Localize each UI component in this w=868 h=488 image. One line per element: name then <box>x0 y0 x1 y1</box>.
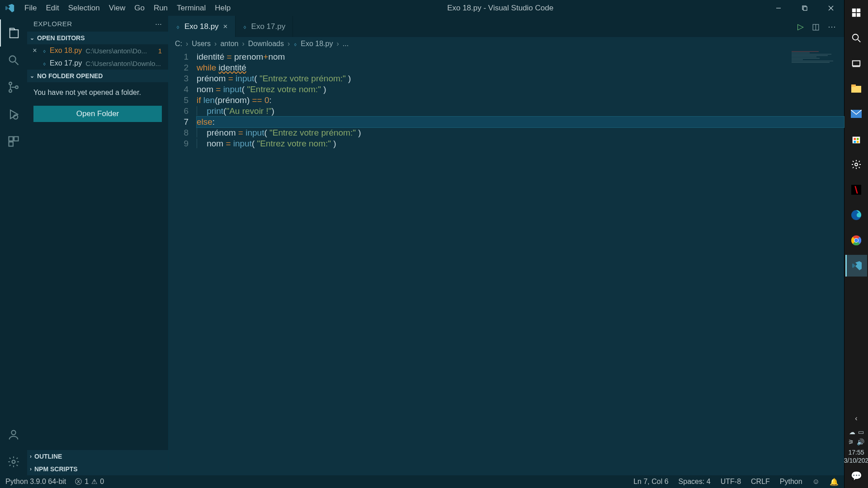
breadcrumb-item[interactable]: C: <box>175 40 182 48</box>
menu-go[interactable]: Go <box>130 0 149 16</box>
accounts-icon[interactable] <box>0 421 27 448</box>
maximize-button[interactable] <box>792 0 818 16</box>
breadcrumb-item[interactable]: Exo 18.py <box>301 40 333 48</box>
encoding[interactable]: UTF-8 <box>721 478 741 486</box>
close-icon[interactable]: × <box>223 22 228 31</box>
menu-file[interactable]: File <box>20 0 41 16</box>
chevron-right-icon: › <box>30 466 32 472</box>
menu-selection[interactable]: Selection <box>64 0 104 16</box>
tab-exo18[interactable]: ⬨ Exo 18.py × <box>169 16 236 37</box>
battery-icon[interactable]: ▭ <box>858 428 864 436</box>
vscode-logo-icon <box>0 3 20 13</box>
svg-rect-29 <box>853 137 860 144</box>
system-tray-2[interactable]: ⚞ 🔊 <box>848 438 864 446</box>
settings-icon[interactable] <box>845 154 867 175</box>
tab-exo17[interactable]: ⬨ Exo 17.py <box>236 16 293 37</box>
svg-rect-14 <box>14 137 18 141</box>
minimize-button[interactable] <box>765 0 792 16</box>
breadcrumb-item[interactable]: ... <box>343 40 349 48</box>
open-folder-button[interactable]: Open Folder <box>33 106 162 122</box>
vscode-taskbar-icon[interactable] <box>845 255 867 277</box>
open-editor-item[interactable]: ⬨ Exo 17.py C:\Users\anton\Downlo... <box>27 57 168 70</box>
explorer-sidebar: EXPLORER ⋯ ⌄ OPEN EDITORS × ⬨ Exo 18.py … <box>27 16 169 475</box>
edge-icon[interactable] <box>845 204 867 226</box>
menu-view[interactable]: View <box>104 0 130 16</box>
run-icon[interactable]: ▷ <box>797 22 804 32</box>
feedback-icon[interactable]: ☺ <box>812 478 820 486</box>
taskbar-search-icon[interactable] <box>845 27 867 49</box>
python-file-icon: ⬨ <box>293 40 297 47</box>
python-interpreter[interactable]: Python 3.9.0 64-bit <box>5 478 66 486</box>
no-folder-section[interactable]: ⌄ NO FOLDER OPENED <box>27 70 168 82</box>
notifications-icon[interactable]: 🔔 <box>830 478 839 486</box>
netflix-icon[interactable] <box>845 179 867 201</box>
code-content[interactable]: identité = prenom+nomwhile identitépréno… <box>197 51 844 475</box>
open-editor-filename: Exo 18.py <box>50 47 82 55</box>
error-count: 1 <box>85 478 89 486</box>
show-hidden-icon[interactable]: ‹ <box>845 413 867 424</box>
language-mode[interactable]: Python <box>780 478 802 486</box>
svg-rect-19 <box>857 9 860 12</box>
split-editor-icon[interactable]: ◫ <box>812 22 820 32</box>
breadcrumb-item[interactable]: Users <box>192 40 211 48</box>
breadcrumb[interactable]: C:› Users› anton› Downloads› ⬨ Exo 18.py… <box>169 37 844 51</box>
menu-bar: File Edit Selection View Go Run Terminal… <box>20 0 235 16</box>
breadcrumb-item[interactable]: Downloads <box>248 40 284 48</box>
svg-rect-26 <box>851 86 861 93</box>
code-editor[interactable]: 123456789 identité = prenom+nomwhile ide… <box>169 51 844 475</box>
volume-icon[interactable]: 🔊 <box>857 438 864 446</box>
cursor-position[interactable]: Ln 7, Col 6 <box>633 478 668 486</box>
system-tray[interactable]: ☁ ▭ <box>849 428 864 436</box>
breadcrumb-item[interactable]: anton <box>220 40 238 48</box>
minimap[interactable] <box>790 51 844 475</box>
svg-point-10 <box>15 86 18 89</box>
file-explorer-icon[interactable] <box>845 78 867 99</box>
more-icon[interactable]: ⋯ <box>155 20 162 28</box>
close-icon[interactable]: × <box>31 47 39 55</box>
problems-badge: 1 <box>158 47 165 55</box>
open-editor-path: C:\Users\anton\Downlo... <box>85 60 165 67</box>
explorer-icon[interactable] <box>0 19 27 47</box>
menu-run[interactable]: Run <box>149 0 172 16</box>
more-icon[interactable]: ⋯ <box>828 22 836 32</box>
outline-label: OUTLINE <box>34 453 62 460</box>
explorer-title-label: EXPLORER <box>33 20 72 28</box>
problems-status[interactable]: ⓧ1 ⚠0 <box>75 478 104 486</box>
clock-time: 17:55 <box>840 448 868 456</box>
outline-section[interactable]: › OUTLINE <box>27 450 168 463</box>
mail-icon[interactable] <box>845 103 867 125</box>
svg-rect-21 <box>857 13 860 17</box>
open-editor-filename: Exo 17.py <box>50 59 82 67</box>
task-view-icon[interactable] <box>845 52 867 74</box>
onedrive-icon[interactable]: ☁ <box>849 428 855 436</box>
menu-help[interactable]: Help <box>210 0 235 16</box>
menu-edit[interactable]: Edit <box>41 0 63 16</box>
microsoft-store-icon[interactable] <box>845 128 867 150</box>
source-control-icon[interactable] <box>0 74 27 101</box>
svg-line-7 <box>15 62 19 65</box>
start-button[interactable] <box>845 2 867 23</box>
warning-icon: ⚠ <box>91 478 97 486</box>
npm-scripts-section[interactable]: › NPM SCRIPTS <box>27 463 168 475</box>
explorer-title: EXPLORER ⋯ <box>27 16 168 32</box>
open-editor-item[interactable]: × ⬨ Exo 18.py C:\Users\anton\Do... 1 <box>27 44 168 57</box>
svg-rect-31 <box>857 138 859 140</box>
extensions-icon[interactable] <box>0 128 27 155</box>
wifi-icon[interactable]: ⚞ <box>848 438 854 446</box>
open-editor-path: C:\Users\anton\Do... <box>85 47 155 55</box>
svg-rect-30 <box>854 138 856 140</box>
eol[interactable]: CRLF <box>751 478 770 486</box>
menu-terminal[interactable]: Terminal <box>172 0 210 16</box>
open-editors-section[interactable]: ⌄ OPEN EDITORS <box>27 32 168 44</box>
indentation[interactable]: Spaces: 4 <box>679 478 711 486</box>
taskbar-clock[interactable]: 17:55 13/10/2020 <box>840 448 868 465</box>
chrome-icon[interactable] <box>845 230 867 251</box>
action-center-icon[interactable]: 💬 <box>845 469 867 483</box>
search-icon[interactable] <box>0 47 27 74</box>
close-button[interactable] <box>818 0 844 16</box>
python-file-icon: ⬨ <box>176 23 180 30</box>
settings-gear-icon[interactable] <box>0 448 27 475</box>
svg-rect-18 <box>852 9 856 12</box>
svg-point-22 <box>853 34 859 40</box>
run-debug-icon[interactable] <box>0 101 27 128</box>
